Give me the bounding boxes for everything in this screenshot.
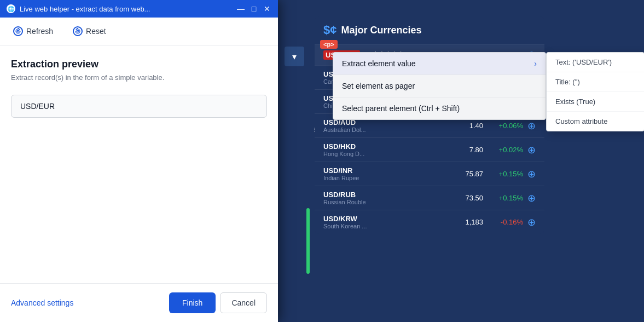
refresh-button[interactable]: Refresh xyxy=(9,24,57,38)
minimize-button[interactable]: — xyxy=(236,4,245,13)
refresh-icon xyxy=(13,26,23,36)
context-menu: Extract element value › Set element as p… xyxy=(333,52,546,120)
app-icon: 🌐 xyxy=(7,4,15,13)
currency-add-btn[interactable]: ⊕ xyxy=(527,168,536,180)
submenu-item-title[interactable]: Title: ('') xyxy=(547,72,644,92)
currency-change: +0.15% xyxy=(488,194,523,202)
toolbar: Refresh Reset xyxy=(0,18,278,45)
submenu-item-label: Text: ('USD/EUR') xyxy=(555,58,612,66)
extraction-desc: Extract record(s) in the form of a simpl… xyxy=(11,73,267,82)
currency-value: 1.40 xyxy=(450,122,483,130)
currency-name: Hong Kong D... xyxy=(323,151,389,157)
context-menu-item-label: Select parent element (Ctrl + Shift) xyxy=(342,104,537,113)
currency-change: -0.16% xyxy=(488,218,523,226)
submenu-item-label: Exists (True) xyxy=(555,97,595,106)
reset-button[interactable]: Reset xyxy=(68,24,111,38)
submenu-item-label: Title: ('') xyxy=(555,78,580,86)
title-bar-controls: — □ ✕ xyxy=(236,4,271,13)
left-panel: 🌐 Live web helper - extract data from we… xyxy=(0,0,278,322)
currency-add-btn[interactable]: ⊕ xyxy=(527,216,536,228)
currency-name: Russian Rouble xyxy=(323,199,389,205)
currency-pair: USD/RUB xyxy=(323,191,389,199)
extraction-title: Extraction preview xyxy=(11,59,267,70)
context-menu-item-pager[interactable]: Set element as pager xyxy=(333,75,546,97)
context-menu-arrow-icon: › xyxy=(534,59,537,68)
currency-change: +0.15% xyxy=(488,170,523,178)
currency-pair: USD/INR xyxy=(323,166,389,175)
currency-value: 1,183 xyxy=(450,218,483,226)
context-submenu: Text: ('USD/EUR') Title: ('') Exists (Tr… xyxy=(546,52,644,131)
currency-value: 75.87 xyxy=(450,170,483,178)
refresh-label: Refresh xyxy=(26,27,53,36)
finish-button[interactable]: Finish xyxy=(169,292,216,313)
currency-widget: $¢ Major Currencies <p> · · · · · USD/EU… xyxy=(315,16,544,234)
title-bar: 🌐 Live web helper - extract data from we… xyxy=(0,0,278,18)
p-badge: <p> xyxy=(320,40,338,49)
footer-buttons: Finish Cancel xyxy=(169,292,267,313)
context-menu-item-extract[interactable]: Extract element value › xyxy=(333,53,546,75)
currency-row-usdkrw[interactable]: USD/KRW South Korean ... 1,183 -0.16% ⊕ xyxy=(315,210,544,234)
currency-widget-title: Major Currencies xyxy=(341,25,421,36)
currency-pair: USD/KRW xyxy=(323,215,389,223)
currency-name: Indian Rupee xyxy=(323,175,389,181)
currency-icon: $¢ xyxy=(323,23,336,37)
currency-value: 73.50 xyxy=(450,194,483,202)
currency-row-usdinr[interactable]: USD/INR Indian Rupee 75.87 +0.15% ⊕ xyxy=(315,162,544,186)
cancel-button[interactable]: Cancel xyxy=(220,292,267,313)
close-button[interactable]: ✕ xyxy=(263,4,271,13)
submenu-item-exists[interactable]: Exists (True) xyxy=(547,92,644,112)
chevron-dropdown-btn[interactable]: ▾ xyxy=(285,47,304,66)
currency-pair: USD/HKD xyxy=(323,142,389,151)
reset-icon xyxy=(73,26,83,36)
maximize-button[interactable]: □ xyxy=(250,4,258,13)
title-bar-text: Live web helper - extract data from web.… xyxy=(20,5,232,13)
currency-row-usdhkd[interactable]: USD/HKD Hong Kong D... 7.80 +0.02% ⊕ xyxy=(315,137,544,162)
accent-bar xyxy=(306,208,310,274)
currency-add-btn[interactable]: ⊕ xyxy=(527,120,536,132)
currency-header: $¢ Major Currencies xyxy=(315,16,544,44)
main-content: Extraction preview Extract record(s) in … xyxy=(0,45,278,283)
currency-row-usdrub[interactable]: USD/RUB Russian Rouble 73.50 +0.15% ⊕ xyxy=(315,186,544,210)
submenu-item-label: Custom attribute xyxy=(555,117,607,125)
submenu-item-text[interactable]: Text: ('USD/EUR') xyxy=(547,53,644,72)
context-menu-item-label: Set element as pager xyxy=(342,82,537,90)
context-menu-item-label: Extract element value xyxy=(342,59,534,68)
submenu-item-custom[interactable]: Custom attribute xyxy=(547,112,644,131)
currency-add-btn[interactable]: ⊕ xyxy=(527,192,536,204)
reset-label: Reset xyxy=(86,27,106,36)
currency-value: 7.80 xyxy=(450,146,483,154)
currency-change: +0.02% xyxy=(488,146,523,154)
currency-name: South Korean ... xyxy=(323,223,389,229)
currency-change: +0.06% xyxy=(488,122,523,130)
currency-name: Australian Dol... xyxy=(323,127,389,133)
context-menu-item-parent[interactable]: Select parent element (Ctrl + Shift) xyxy=(333,97,546,119)
footer: Advanced settings Finish Cancel xyxy=(0,283,278,322)
currency-add-btn[interactable]: ⊕ xyxy=(527,144,536,156)
extraction-value-box: USD/EUR xyxy=(11,95,267,118)
advanced-settings-link[interactable]: Advanced settings xyxy=(11,298,73,307)
